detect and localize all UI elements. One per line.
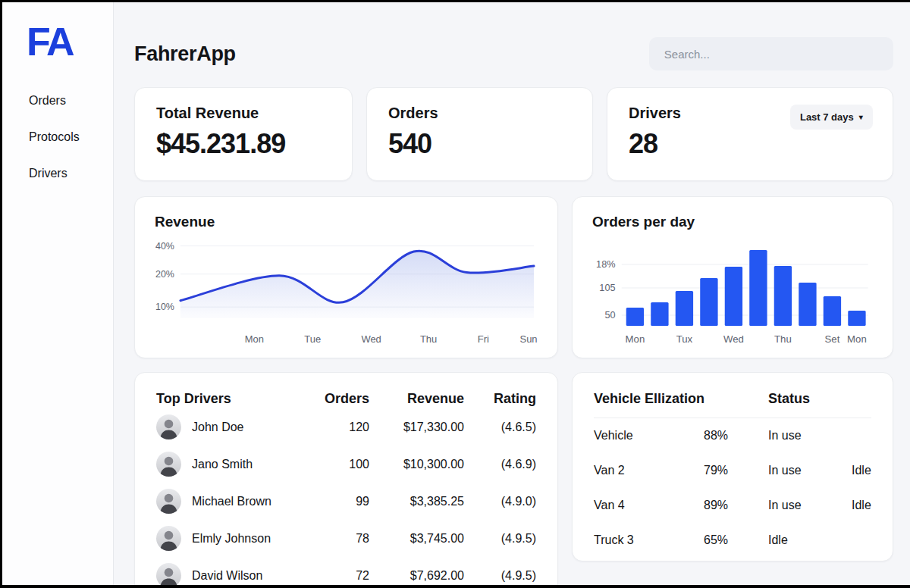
column-header: Status <box>768 391 871 407</box>
bar <box>700 278 717 326</box>
avatar <box>156 489 181 514</box>
orders-per-day-chart-card: Orders per day 18%10550MonTuxWedThuSetMo… <box>572 196 893 358</box>
stat-value: 28 <box>629 128 871 160</box>
column-header: Revenue <box>369 391 464 407</box>
stat-label: Orders <box>388 105 571 122</box>
orders-card: Orders 540 <box>366 87 593 181</box>
x-axis-label: Fri <box>478 333 489 345</box>
bar <box>626 308 644 326</box>
y-tick-label: 10% <box>155 302 174 312</box>
bar <box>725 267 742 326</box>
person-icon <box>156 526 181 551</box>
page-title: FahrerApp <box>134 42 236 66</box>
avatar <box>156 526 181 551</box>
table-row: John Doe120$17,330.00(4.6.5) <box>135 408 557 446</box>
x-axis-label: Wed <box>723 333 744 345</box>
table-row: Truck 365%Idle <box>594 523 871 558</box>
bar <box>824 296 841 326</box>
column-header: Top Drivers <box>156 391 309 407</box>
vehicle-table-header: Vehicle Ellization Status <box>594 391 871 418</box>
driver-name-label: David Wilson <box>192 569 262 583</box>
stat-value: 540 <box>388 128 571 160</box>
column-header: Rating <box>464 391 536 407</box>
driver-rating: (4.6.9) <box>464 458 536 471</box>
y-tick-label: 18% <box>596 259 615 270</box>
vehicle-status-secondary: Idle <box>852 499 871 512</box>
driver-revenue: $7,692.00 <box>369 569 464 583</box>
vehicle-name: Van 4 <box>594 499 704 512</box>
table-row: Michael Brown99$3,385.25(4.9.0) <box>135 483 557 520</box>
sidebar-nav: OrdersProtocolsDrivers <box>2 94 113 180</box>
sidebar: FA OrdersProtocolsDrivers <box>2 2 114 585</box>
driver-rating: (4.9.5) <box>464 569 536 583</box>
x-axis-label: Thu <box>774 333 792 345</box>
sidebar-item-orders[interactable]: Orders <box>29 94 113 108</box>
x-axis-label: Mon <box>245 333 264 345</box>
vehicle-status: Idle <box>768 533 852 547</box>
revenue-chart-card: Revenue 40%20%10%MonTueWedThuFriSun <box>134 196 558 358</box>
y-tick-label: 105 <box>599 283 615 293</box>
driver-revenue: $3,385.25 <box>369 495 464 508</box>
driver-rating: (4.9.5) <box>464 532 536 546</box>
table-row: Elmly Johnson78$3,745.00(4.9.5) <box>135 520 557 557</box>
person-icon <box>156 563 181 588</box>
driver-rating: (4.6.5) <box>464 421 536 434</box>
date-range-dropdown[interactable]: Last 7 days ▾ <box>790 105 873 130</box>
x-axis-label: Wed <box>361 333 381 345</box>
driver-orders: 120 <box>309 421 369 434</box>
stat-label: Total Revenue <box>156 105 331 122</box>
main-content: FahrerApp Total Revenue $45.231.89 Order… <box>114 2 910 585</box>
date-range-label: Last 7 days <box>800 111 854 123</box>
person-icon <box>156 489 181 514</box>
x-axis-label: Thu <box>420 333 437 345</box>
sidebar-item-protocols[interactable]: Protocols <box>29 130 113 144</box>
column-header: Vehicle Ellization <box>594 391 768 407</box>
bar <box>774 266 792 326</box>
sidebar-item-drivers[interactable]: Drivers <box>29 167 113 180</box>
vehicle-name: Truck 3 <box>594 533 704 547</box>
person-icon <box>156 414 181 439</box>
vehicle-status: In use <box>768 499 852 512</box>
x-axis-label: Set <box>825 333 840 345</box>
total-revenue-card: Total Revenue $45.231.89 <box>134 87 353 181</box>
stat-cards: Total Revenue $45.231.89 Orders 540 Driv… <box>134 87 893 181</box>
table-row: Vehicle88%In use <box>594 418 871 453</box>
column-header: Orders <box>309 391 369 407</box>
driver-name-label: Jano Smith <box>192 458 253 471</box>
x-axis-label: Tux <box>676 333 693 345</box>
driver-name-label: Michael Brown <box>192 495 271 508</box>
driver-orders: 72 <box>309 569 369 583</box>
driver-revenue: $17,330.00 <box>369 421 464 434</box>
person-icon <box>156 452 181 477</box>
app-logo: FA <box>27 20 113 64</box>
top-drivers-header: Top Drivers Orders Revenue Rating <box>135 373 557 408</box>
x-axis-label: Sun <box>519 333 537 345</box>
bar <box>749 250 767 326</box>
vehicle-utilization: 79% <box>704 464 768 477</box>
y-tick-label: 40% <box>155 241 174 252</box>
driver-name-cell: Michael Brown <box>156 489 309 514</box>
table-row: Jano Smith100$10,300.00(4.6.9) <box>135 446 557 483</box>
tables-row: Top Drivers Orders Revenue Rating John D… <box>134 372 893 588</box>
driver-revenue: $3,745.00 <box>369 532 464 546</box>
table-row: Van 489%In useIdle <box>594 488 871 523</box>
bar <box>799 283 816 326</box>
table-row: David Wilson72$7,692.00(4.9.5) <box>135 557 557 588</box>
chevron-down-icon: ▾ <box>859 114 863 121</box>
drivers-card: Drivers 28 Last 7 days ▾ <box>607 87 893 181</box>
topbar: FahrerApp <box>134 37 893 70</box>
driver-name-cell: Jano Smith <box>156 452 309 477</box>
vehicle-status-secondary: Idle <box>852 464 871 477</box>
vehicle-utilization: 65% <box>704 533 768 547</box>
driver-orders: 78 <box>309 532 369 546</box>
chart-title: Revenue <box>155 214 539 230</box>
vehicle-name: Van 2 <box>594 464 704 477</box>
avatar <box>156 563 181 588</box>
vehicle-name: Vehicle <box>594 429 704 443</box>
vehicle-utilization: 89% <box>704 499 768 512</box>
bar <box>676 291 693 326</box>
vehicle-status: In use <box>768 429 852 443</box>
search-input[interactable] <box>649 37 893 70</box>
top-drivers-card: Top Drivers Orders Revenue Rating John D… <box>134 372 558 588</box>
stat-value: $45.231.89 <box>156 128 331 160</box>
